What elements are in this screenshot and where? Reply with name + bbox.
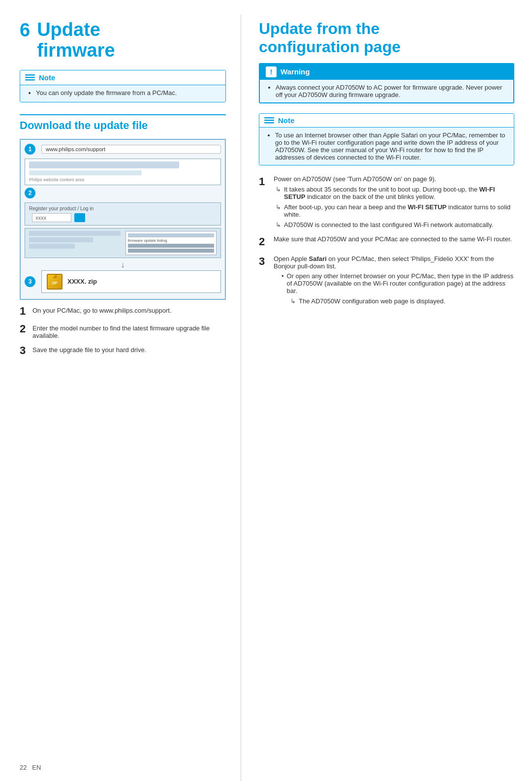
right-step-1-intro: Power on AD7050W (see 'Turn AD7050W on' …	[274, 175, 514, 183]
right-step-1-sub-text-2: After boot-up, you can hear a beep and t…	[284, 203, 514, 218]
step-circle-1: 1	[25, 144, 35, 155]
svg-rect-2	[25, 79, 35, 81]
step-num-1: 1	[20, 305, 29, 318]
step-item-3: 3 Save the upgrade file to your hard dri…	[20, 344, 226, 357]
right-note-text: To use an Internet browser other than Ap…	[275, 131, 507, 161]
right-step-3-bullet: • Or open any other Internet browser on …	[274, 272, 514, 294]
right-note-box: Note To use an Internet browser other th…	[259, 113, 514, 165]
right-step-num-2: 2	[259, 235, 269, 248]
warning-content: Always connect your AD7050W to AC power …	[260, 80, 513, 102]
dl-url-bar: www.philips.com/support	[41, 145, 221, 154]
step-num-2: 2	[20, 323, 29, 339]
step-text-3: Save the upgrade file to your hard drive…	[32, 344, 146, 357]
svg-rect-1	[25, 77, 35, 78]
warning-icon: !	[266, 66, 277, 77]
right-note-content: To use an Internet browser other than Ap…	[259, 128, 514, 165]
right-title: Update from the configuration page	[259, 20, 514, 56]
arrow-icon-1: ↳	[276, 186, 281, 200]
dl-zip-row: ZIP XXXX. zip	[41, 270, 221, 293]
right-step-2: 2 Make sure that AD7050W and your PC/Mac…	[259, 235, 514, 248]
dl-down-arrow: ↓	[25, 260, 221, 269]
right-step-3: 3 Open Apple Safari on your PC/Mac, then…	[259, 255, 514, 305]
right-note-header: Note	[259, 114, 514, 128]
warning-header: ! Warning	[260, 64, 513, 80]
right-step-num-1: 1	[259, 175, 269, 228]
svg-rect-0	[25, 74, 35, 76]
step-num-3: 3	[20, 344, 29, 357]
download-illustration: 1 www.philips.com/support Philips websit…	[20, 139, 226, 300]
right-step-content-2: Make sure that AD7050W and your PC/Mac a…	[274, 235, 512, 248]
right-step-3-bullet-text: Or open any other Internet browser on yo…	[287, 272, 514, 294]
left-steps-list: 1 On your PC/Mac, go to www.philips.com/…	[20, 305, 226, 357]
right-step-1: 1 Power on AD7050W (see 'Turn AD7050W on…	[259, 175, 514, 228]
download-title: Download the update file	[20, 114, 226, 132]
svg-rect-4	[264, 120, 274, 121]
right-step-2-intro: Make sure that AD7050W and your PC/Mac a…	[274, 235, 512, 243]
dl-browser-row2: Register your product / Log in	[25, 202, 221, 226]
right-step-1-sub-3: ↳ AD7050W is connected to the last confi…	[274, 221, 514, 228]
right-step-1-sub-text-3: AD7050W is connected to the last configu…	[284, 221, 493, 228]
dl-browser-inner-1: Philips website content area	[25, 159, 221, 185]
right-column: Update from the configuration page ! War…	[241, 15, 532, 781]
bullet-dot-icon: •	[282, 272, 284, 294]
xxxx-input[interactable]	[32, 213, 71, 222]
step-circle-2: 2	[25, 188, 35, 198]
svg-rect-3	[264, 117, 274, 119]
warning-text: Always connect your AD7050W to AC power …	[276, 84, 506, 98]
section-number: 6	[20, 20, 30, 41]
right-note-label: Note	[278, 116, 294, 125]
warning-label: Warning	[281, 67, 310, 76]
arrow-icon-4: ↳	[290, 297, 296, 305]
dl-browser-row3: firmware update listing	[25, 228, 221, 258]
arrow-icon-2: ↳	[276, 203, 281, 218]
right-step-1-sub-1: ↳ It takes about 35 seconds for the unit…	[274, 186, 514, 200]
right-step-3-intro: Open Apple Safari on your PC/Mac, then s…	[274, 255, 514, 270]
zip-label: XXXX. zip	[67, 278, 97, 285]
step-item-2: 2 Enter the model number to find the lat…	[20, 323, 226, 339]
right-step-1-sub-text-1: It takes about 35 seconds for the unit t…	[284, 186, 514, 200]
right-step-num-3: 3	[259, 255, 269, 305]
left-note-text: You can only update the firmware from a …	[36, 89, 219, 97]
step-circle-3: 3	[25, 276, 35, 287]
step-text-2: Enter the model number to find the lates…	[32, 323, 226, 339]
svg-rect-5	[264, 122, 274, 124]
right-step-3-sub-arrow: ↳ The AD7050W configuration web page is …	[274, 297, 514, 305]
left-note-box: Note You can only update the firmware fr…	[20, 70, 226, 102]
right-note-lines-icon	[264, 116, 274, 124]
page-number: 22 EN	[20, 764, 41, 771]
left-note-label: Note	[39, 73, 55, 82]
section-title: Update firmware	[37, 20, 115, 61]
note-lines-icon	[25, 73, 35, 81]
right-step-content-1: Power on AD7050W (see 'Turn AD7050W on' …	[274, 175, 514, 228]
right-step-1-sub-2: ↳ After boot-up, you can hear a beep and…	[274, 203, 514, 218]
left-note-content: You can only update the firmware from a …	[20, 85, 225, 102]
right-step-3-sub-text: The AD7050W configuration web page is di…	[299, 297, 445, 305]
dl-step-row-3: 3 ZIP XXXX. zip	[25, 270, 221, 293]
right-step-content-3: Open Apple Safari on your PC/Mac, then s…	[274, 255, 514, 305]
section-header: 6 Update firmware	[20, 20, 226, 61]
arrow-icon-3: ↳	[276, 221, 281, 228]
dl-step-row-1: 1 www.philips.com/support	[25, 144, 221, 155]
warning-box: ! Warning Always connect your AD7050W to…	[259, 63, 514, 103]
step-text-1: On your PC/Mac, go to www.philips.com/su…	[32, 305, 172, 318]
zip-file-icon: ZIP	[47, 274, 63, 290]
step-item-1: 1 On your PC/Mac, go to www.philips.com/…	[20, 305, 226, 318]
left-note-header: Note	[20, 70, 225, 85]
dl-step-row-2: 2	[25, 188, 221, 198]
